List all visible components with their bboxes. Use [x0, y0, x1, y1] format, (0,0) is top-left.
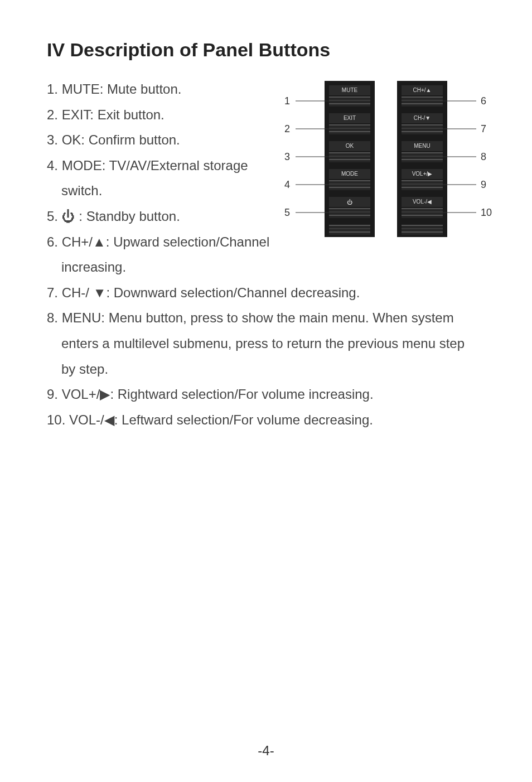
svg-rect-54 [402, 231, 443, 233]
vol-minus-button[interactable] [402, 208, 443, 218]
svg-rect-30 [402, 100, 443, 101]
svg-rect-18 [329, 184, 370, 185]
item-7: 7. CH-/ ▼: Downward selection/Channel de… [47, 280, 485, 306]
svg-text:VOL-/◀: VOL-/◀ [413, 199, 432, 205]
svg-rect-50 [402, 211, 443, 213]
svg-rect-7 [329, 124, 370, 125]
svg-rect-14 [329, 159, 370, 160]
item-6-line2: increasing. [47, 254, 485, 280]
power-icon: ⏻ [347, 199, 352, 205]
svg-rect-8 [329, 128, 370, 129]
bottom-cap-right [402, 225, 443, 235]
svg-text:MUTE: MUTE [342, 87, 358, 93]
bottom-cap-left [329, 225, 370, 235]
right-triangle-icon: ▶ [100, 387, 110, 402]
svg-rect-13 [329, 156, 370, 157]
svg-rect-12 [329, 152, 370, 153]
svg-rect-25 [329, 228, 370, 229]
svg-rect-49 [402, 208, 443, 209]
item-9: 9. VOL+/▶: Rightward selection/For volum… [47, 382, 485, 407]
page-number: -4- [0, 743, 532, 759]
svg-text:CH+/▲: CH+/▲ [413, 87, 432, 93]
standby-button[interactable] [329, 208, 370, 218]
svg-rect-3 [329, 100, 370, 101]
left-triangle-icon: ◀ [104, 412, 114, 427]
diagram-svg: MUTE EXIT OK [263, 76, 503, 244]
svg-text:VOL+/▶: VOL+/▶ [412, 171, 433, 177]
up-triangle-icon: ▲ [93, 234, 106, 249]
svg-rect-24 [329, 225, 370, 226]
ch-minus-button[interactable] [402, 124, 443, 134]
svg-rect-41 [402, 159, 443, 160]
svg-rect-9 [329, 131, 370, 132]
svg-rect-52 [402, 225, 443, 226]
svg-rect-21 [329, 208, 370, 209]
mode-button[interactable] [329, 180, 370, 190]
content-area: MUTE EXIT OK [47, 76, 485, 432]
svg-rect-17 [329, 180, 370, 181]
left-leaders [296, 101, 329, 213]
menu-button[interactable] [402, 152, 443, 162]
svg-rect-23 [329, 215, 370, 216]
callout-1: 1 [284, 95, 290, 107]
svg-rect-29 [402, 96, 443, 98]
power-icon: ⏻ [62, 209, 75, 224]
svg-rect-34 [402, 124, 443, 125]
right-leaders [443, 101, 476, 213]
page-title: IV Description of Panel Buttons [47, 39, 485, 61]
svg-rect-39 [402, 152, 443, 153]
svg-text:MENU: MENU [414, 143, 430, 149]
callout-6: 6 [481, 95, 486, 107]
svg-rect-53 [402, 228, 443, 229]
svg-rect-45 [402, 184, 443, 185]
callout-9: 9 [481, 179, 486, 190]
exit-button[interactable] [329, 124, 370, 134]
callout-3: 3 [284, 151, 290, 162]
svg-rect-51 [402, 215, 443, 216]
callout-8: 8 [481, 151, 486, 162]
callout-2: 2 [284, 123, 290, 134]
svg-rect-2 [329, 96, 370, 98]
svg-rect-44 [402, 180, 443, 181]
item-8-line2: enters a multilevel submenu, press to re… [47, 331, 485, 356]
svg-rect-4 [329, 103, 370, 104]
ch-plus-button[interactable] [402, 96, 443, 107]
callout-5: 5 [284, 207, 290, 218]
svg-rect-26 [329, 231, 370, 233]
item-10: 10. VOL-/◀: Leftward selection/For volum… [47, 407, 485, 433]
callout-7: 7 [481, 123, 486, 134]
item-8-line3: by step. [47, 356, 485, 382]
document-page: IV Description of Panel Buttons MUTE [0, 0, 532, 782]
callout-4: 4 [284, 179, 290, 190]
vol-plus-button[interactable] [402, 180, 443, 190]
svg-rect-35 [402, 128, 443, 129]
svg-text:EXIT: EXIT [344, 115, 356, 121]
panel-diagram: MUTE EXIT OK [263, 76, 503, 244]
mute-button[interactable] [329, 96, 370, 107]
svg-rect-31 [402, 103, 443, 104]
callout-10: 10 [481, 207, 492, 218]
svg-text:OK: OK [346, 143, 354, 149]
item-8-line1: 8. MENU: Menu button, press to show the … [47, 305, 485, 331]
svg-rect-36 [402, 131, 443, 132]
svg-rect-19 [329, 187, 370, 188]
ok-button[interactable] [329, 152, 370, 162]
svg-rect-46 [402, 187, 443, 188]
svg-rect-22 [329, 211, 370, 213]
down-triangle-icon: ▼ [93, 285, 107, 300]
svg-text:CH-/▼: CH-/▼ [414, 115, 431, 121]
svg-text:MODE: MODE [341, 171, 358, 177]
svg-rect-40 [402, 156, 443, 157]
